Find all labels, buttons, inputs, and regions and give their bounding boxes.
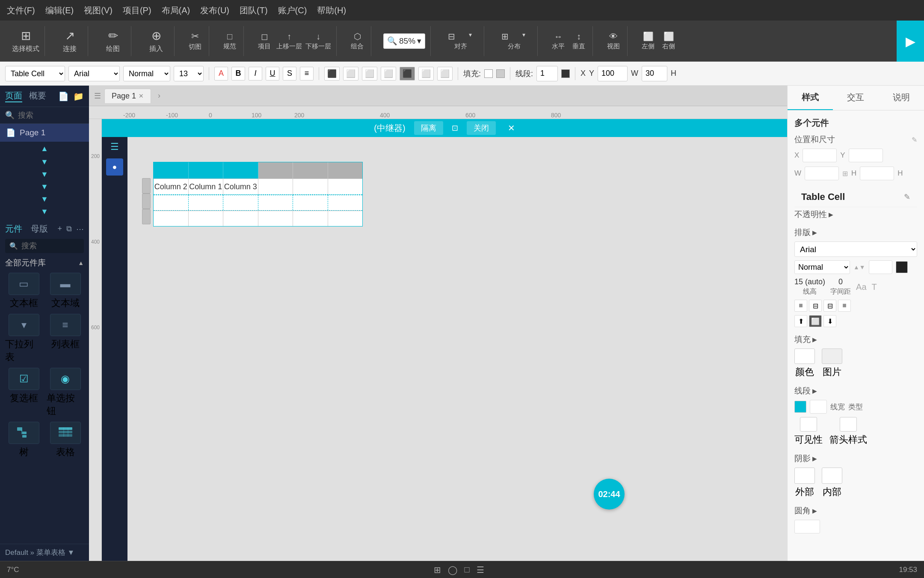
bottom-icon-1[interactable]: ⊞	[434, 565, 441, 575]
tab-style[interactable]: 样式	[788, 86, 833, 110]
horizontal-button[interactable]: ↔ 水平	[550, 32, 567, 51]
menu-account[interactable]: 账户(C)	[278, 5, 307, 16]
header-cell-4[interactable]	[258, 162, 293, 179]
page-1-tab[interactable]: Page 1 ✕	[104, 89, 151, 103]
copy-icon[interactable]: ⧉	[66, 224, 72, 234]
border-size-input[interactable]	[536, 66, 558, 81]
select-mode-button[interactable]: ⊞ 选择模式	[12, 29, 39, 54]
close-tab-icon[interactable]: ✕	[139, 92, 144, 99]
shadow-outer-option[interactable]: 外部	[794, 468, 815, 498]
collapse-up-icon[interactable]: ▲	[41, 144, 48, 153]
close-button[interactable]: 关闭	[467, 121, 496, 135]
comp-text-frame[interactable]: ▭ 文本框	[5, 273, 42, 310]
text-align-left-btn[interactable]: ≡	[794, 300, 807, 312]
data-cell-2-5[interactable]	[293, 211, 328, 226]
row-handle-2[interactable]	[142, 194, 151, 209]
zoom-selector[interactable]: 🔍 85% ▾	[383, 33, 425, 49]
fill-image-option[interactable]: 图片	[822, 349, 842, 378]
canvas-nav-icon[interactable]: ☰	[94, 91, 101, 101]
move-up-button[interactable]: ↑ 上移一层	[276, 32, 302, 51]
shadow-inner-option[interactable]: 内部	[822, 468, 842, 498]
preview-button[interactable]: ▶	[897, 21, 924, 62]
font-style-arrow-icon[interactable]: ▲▼	[853, 264, 865, 271]
align-bottom-button[interactable]: ⬜	[437, 67, 453, 80]
comp-text-area[interactable]: ▬ 文本域	[47, 273, 84, 310]
shadow-header[interactable]: 阴影 ▶	[794, 453, 917, 464]
data-cell-1-1[interactable]	[154, 195, 189, 210]
col-cell-3[interactable]: Column 3	[223, 179, 258, 194]
active-page-indicator[interactable]: ●	[106, 158, 123, 176]
bottom-icon-2[interactable]: ◯	[448, 565, 457, 575]
header-cell-2[interactable]	[189, 162, 224, 179]
view-button[interactable]: 👁 视图	[605, 32, 622, 51]
position-size-edit-icon[interactable]: ✎	[912, 136, 917, 144]
opacity-header[interactable]: 不透明性 ▶	[794, 209, 917, 220]
justify-button[interactable]: ⬜	[381, 67, 396, 80]
data-cell-2-3[interactable]	[223, 211, 258, 226]
h-coord-input[interactable]: 30	[860, 167, 894, 180]
fill-color-box-right[interactable]	[794, 349, 815, 364]
right-button[interactable]: ⬜ 右侧	[660, 31, 677, 51]
expand-icon-1[interactable]: ▼	[41, 158, 48, 167]
insert-button[interactable]: ⊕ 插入	[143, 29, 169, 54]
border-size-right-input[interactable]: 1	[810, 400, 827, 414]
font-size-select[interactable]: 13	[174, 66, 204, 81]
header-cell-6[interactable]	[328, 162, 363, 179]
menu-edit[interactable]: 编辑(E)	[45, 5, 74, 16]
corner-value-input[interactable]: 0	[794, 520, 820, 533]
comp-table[interactable]: 表格	[47, 422, 84, 459]
more-icon[interactable]: ⋯	[76, 224, 84, 234]
comp-checkbox[interactable]: ☑ 复选框	[5, 368, 42, 417]
data-cell-1-3[interactable]	[223, 195, 258, 210]
fill-image-box[interactable]	[822, 349, 842, 364]
comp-radio[interactable]: ◉ 单选按钮	[47, 368, 84, 417]
new-folder-icon[interactable]: 📁	[73, 91, 84, 101]
strikethrough-button[interactable]: S	[283, 67, 296, 80]
border-header[interactable]: 线段 ▶	[794, 385, 917, 396]
text-align-center-btn[interactable]: ⊟	[809, 300, 822, 312]
scroll-right-icon[interactable]: ›	[158, 91, 160, 100]
menu-project[interactable]: 项目(P)	[123, 5, 151, 16]
all-lib-arrow-icon[interactable]: ▲	[78, 259, 84, 266]
data-cell-1-4[interactable]	[258, 195, 293, 210]
data-cell-2-6[interactable]	[328, 211, 363, 226]
align-left-button[interactable]: ⬛	[324, 67, 340, 80]
close-icon[interactable]: ✕	[508, 123, 515, 133]
row-handle-item-2[interactable]	[142, 194, 151, 209]
sidebar-nav-icon[interactable]: ☰	[110, 141, 119, 152]
w-input[interactable]	[642, 66, 667, 81]
border-color-box[interactable]	[561, 69, 570, 78]
align-right-button[interactable]: ⬜	[362, 67, 377, 80]
isolate-button[interactable]: 隔离	[414, 121, 443, 135]
comp-tab-elements[interactable]: 元件	[5, 223, 22, 235]
expand-icon-5[interactable]: ▼	[41, 207, 48, 216]
align-dropdown[interactable]: ▾	[462, 31, 479, 42]
menu-team[interactable]: 团队(T)	[240, 5, 268, 16]
align-button[interactable]: ⊟	[443, 31, 460, 42]
font-color-swatch[interactable]	[896, 261, 908, 273]
w-coord-input[interactable]: 100	[805, 167, 839, 180]
row-handle-item-3[interactable]	[142, 209, 151, 224]
align-top-button[interactable]: ⬛	[400, 67, 415, 80]
italic-button[interactable]: I	[249, 67, 262, 80]
position-size-header[interactable]: 位置和尺寸 ✎	[794, 134, 917, 145]
bottom-icon-4[interactable]: ☰	[477, 565, 484, 575]
col-cell-5[interactable]	[293, 179, 328, 194]
distribute-button[interactable]: ⊞	[496, 31, 513, 42]
x-input[interactable]	[598, 66, 628, 81]
col-cell-2[interactable]: Column 1	[189, 179, 224, 194]
menu-file[interactable]: 文件(F)	[7, 5, 35, 16]
move-down-button[interactable]: ↓ 下移一层	[305, 32, 331, 51]
add-library-icon[interactable]: +	[57, 224, 62, 234]
menu-help[interactable]: 帮助(H)	[317, 5, 346, 16]
vert-align-top-btn[interactable]: ⬆	[794, 315, 807, 327]
comp-tab-masters[interactable]: 母版	[31, 223, 48, 235]
text-format-icon-t[interactable]: T	[872, 282, 877, 292]
fill-color-box2[interactable]	[496, 69, 505, 78]
shadow-inner-box[interactable]	[822, 468, 842, 484]
visibility-option[interactable]: 可见性	[794, 417, 823, 446]
typography-header[interactable]: 排版 ▶	[794, 227, 917, 238]
comp-tree[interactable]: 树	[5, 422, 42, 459]
font-select[interactable]: Arial	[68, 66, 120, 81]
fill-header[interactable]: 填充 ▶	[794, 334, 917, 345]
